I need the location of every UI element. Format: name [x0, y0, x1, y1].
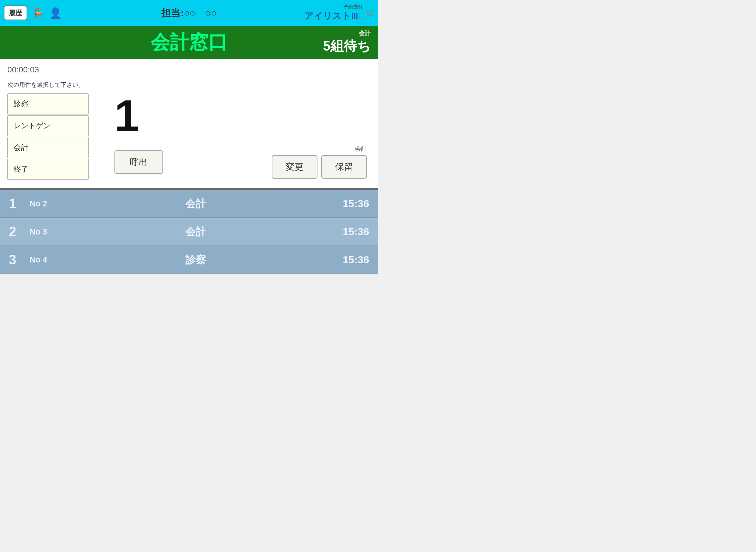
queue-no-3: No 4 [30, 255, 59, 265]
right-panel: 1 呼出 会計 変更 保留 [100, 93, 371, 179]
queue-rank-1: 1 [9, 196, 22, 212]
queue-row-1[interactable]: 1 No 2 会計 15:36 [0, 190, 378, 218]
ilist-st: st [359, 14, 363, 20]
waiting-count: 5組待ち [323, 37, 371, 55]
refresh-button[interactable]: ↺ [366, 7, 374, 19]
header-left: 履歴 🪑 👤 [4, 6, 62, 20]
page-title: 会計窓口 [151, 30, 227, 55]
waiting-label: 会計 [359, 30, 371, 37]
header-right: 予約受付 アイリスト ili st ↺ [305, 4, 374, 22]
menu-item-shuryo[interactable]: 終了 [7, 159, 89, 180]
content-area: 診察 レントゲン 会計 終了 1 呼出 会計 変更 保留 [7, 93, 371, 181]
ilist-ili: ili [351, 11, 358, 21]
ilist-brand-text: アイリスト [305, 10, 351, 22]
table-icon: 🪑 [32, 7, 45, 19]
queue-row-3[interactable]: 3 No 4 診察 15:36 [0, 246, 378, 274]
instruction-text: 次の用件を選択して下さい。 [7, 81, 371, 89]
queue-type-1: 会計 [66, 197, 325, 211]
waiting-info: 会計 5組待ち [323, 26, 371, 59]
menu-item-rentogen[interactable]: レントゲン [7, 115, 89, 136]
action-buttons: 変更 保留 [272, 155, 367, 179]
timer-display: 00:00:03 [7, 65, 371, 75]
queue-no-2: No 3 [30, 227, 59, 237]
queue-type-2: 会計 [66, 225, 325, 239]
staff-icon: 👤 [49, 7, 62, 19]
change-button[interactable]: 変更 [272, 155, 317, 179]
header: 履歴 🪑 👤 担当:○○ ○○ 予約受付 アイリスト ili st ↺ [0, 0, 378, 26]
queue-type-3: 診察 [66, 253, 325, 267]
bottom-controls: 呼出 会計 変更 保留 [100, 145, 371, 179]
menu-item-shinsa[interactable]: 診察 [7, 93, 89, 114]
main-content: 00:00:03 次の用件を選択して下さい。 診察 レントゲン 会計 終了 1 … [0, 59, 378, 188]
queue-rank-2: 2 [9, 224, 22, 240]
hold-button[interactable]: 保留 [321, 155, 367, 179]
menu-item-kaikei[interactable]: 会計 [7, 137, 89, 158]
ilist-logo: 予約受付 アイリスト ili st [305, 4, 363, 22]
queue-rank-3: 3 [9, 252, 22, 268]
queue-time-1: 15:36 [332, 198, 369, 210]
staff-label: 担当:○○ ○○ [161, 7, 216, 20]
right-controls: 会計 変更 保留 [272, 145, 367, 179]
history-button[interactable]: 履歴 [4, 6, 27, 20]
menu-list: 診察 レントゲン 会計 終了 [7, 93, 89, 181]
queue-no-1: No 2 [30, 199, 59, 209]
ilist-prefix: 予約受付 [305, 4, 363, 10]
kaikei-status-label: 会計 [355, 145, 367, 153]
title-bar: 会計窓口 会計 5組待ち [0, 26, 378, 59]
queue-time-3: 15:36 [332, 254, 369, 266]
queue-time-2: 15:36 [332, 226, 369, 238]
call-button[interactable]: 呼出 [114, 150, 163, 174]
queue-row-2[interactable]: 2 No 3 会計 15:36 [0, 218, 378, 246]
queue-section: 1 No 2 会計 15:36 2 No 3 会計 15:36 3 No 4 診… [0, 190, 378, 274]
current-number: 1 [100, 93, 371, 138]
